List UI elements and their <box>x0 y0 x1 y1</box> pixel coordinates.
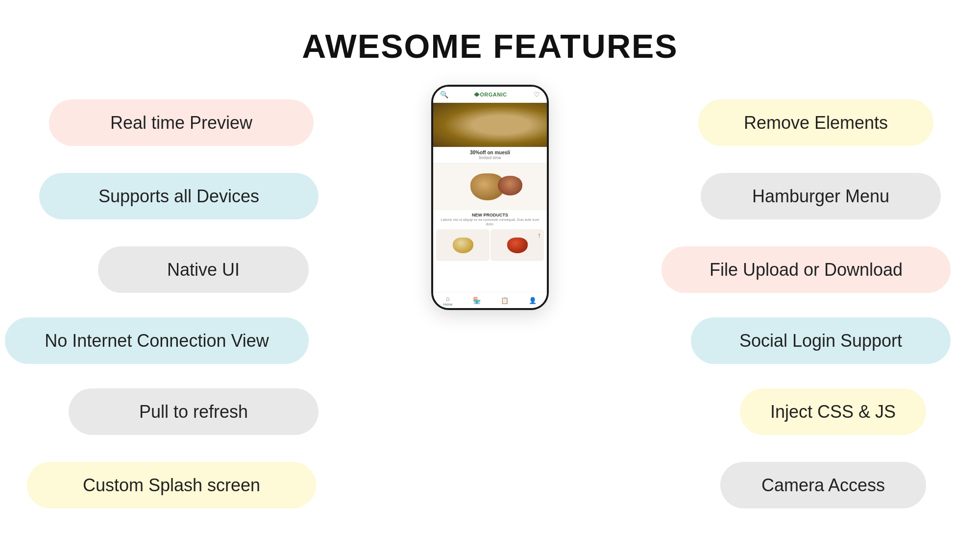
phone-screen: 🔍 ORGANIC ♡ 30%off on muesli limited tim… <box>433 87 547 308</box>
refresh-icon: ↑ <box>538 231 541 239</box>
product-bowl-image-1 <box>453 238 473 253</box>
phone-mockup: 🔍 ORGANIC ♡ 30%off on muesli limited tim… <box>431 85 549 310</box>
feature-pill-remove-elements: Remove Elements <box>698 99 933 146</box>
nav-store: 🏪 <box>473 297 481 304</box>
promo-subtitle: limited time <box>438 155 542 160</box>
nav-profile: 👤 <box>529 297 537 304</box>
phone-hero-image <box>433 103 547 147</box>
new-products-title: NEW PRODUCTS <box>438 213 542 217</box>
heart-icon: ♡ <box>534 91 540 98</box>
feature-pill-native-ui: Native UI <box>98 246 309 293</box>
phone-product-grid: ↑ <box>433 227 547 292</box>
store-icon: 🏪 <box>473 297 481 304</box>
feature-pill-camera-access: Camera Access <box>720 462 926 508</box>
promo-title: 30%off on muesli <box>438 150 542 155</box>
phone-new-products: NEW PRODUCTS Laboris nisi ut aliquip ex … <box>433 210 547 227</box>
product-item-2 <box>490 229 544 261</box>
feature-pill-real-time-preview: Real time Preview <box>49 99 314 146</box>
feature-pill-social-login-support: Social Login Support <box>691 317 951 364</box>
hero-food-image <box>433 103 547 147</box>
home-icon: ⌂ <box>446 295 450 302</box>
bowl-spill-image <box>498 176 522 195</box>
nav-list: 📋 <box>501 297 509 304</box>
brand-name: ORGANIC <box>480 92 507 97</box>
list-icon: 📋 <box>501 297 509 304</box>
page-title: AWESOME FEATURES <box>0 0 980 65</box>
features-container: Real time Preview Supports all Devices N… <box>0 75 980 551</box>
feature-pill-pull-to-refresh: Pull to refresh <box>69 388 318 435</box>
phone-nav-bar: ⌂ Home 🏪 📋 👤 <box>433 292 547 308</box>
feature-pill-file-upload-download: File Upload or Download <box>662 246 951 293</box>
nav-home: ⌂ Home <box>443 295 453 306</box>
product-item-1 <box>436 229 490 261</box>
new-products-desc: Laboris nisi ut aliquip ex ea commodo co… <box>438 217 542 226</box>
search-icon: 🔍 <box>440 91 448 98</box>
feature-pill-inject-css-js: Inject CSS & JS <box>740 388 926 435</box>
phone-promo-section: 30%off on muesli limited time <box>433 147 547 164</box>
profile-icon: 👤 <box>529 297 537 304</box>
feature-pill-hamburger-menu: Hamburger Menu <box>701 173 941 219</box>
phone-bowl-area <box>433 164 547 210</box>
brand-leaf-icon <box>474 92 480 97</box>
feature-pill-supports-all-devices: Supports all Devices <box>39 173 318 219</box>
phone-brand: ORGANIC <box>475 92 507 97</box>
phone-top-bar: 🔍 ORGANIC ♡ <box>433 87 547 103</box>
feature-pill-custom-splash-screen: Custom Splash screen <box>27 462 316 508</box>
phone-frame: 🔍 ORGANIC ♡ 30%off on muesli limited tim… <box>431 85 549 310</box>
nav-home-label: Home <box>443 303 453 306</box>
product-bowl-image-2 <box>507 238 528 253</box>
feature-pill-no-internet-connection: No Internet Connection View <box>5 317 309 364</box>
